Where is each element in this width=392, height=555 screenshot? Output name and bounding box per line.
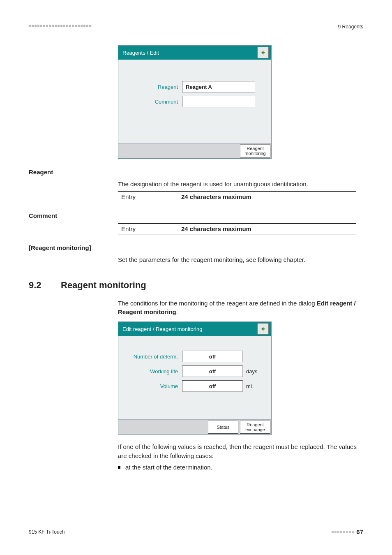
reagents-edit-dialog: Reagents / Edit Reagent Reagent A Commen…: [118, 45, 272, 159]
dialog2-body: Number of determ. off Working life off d…: [118, 336, 271, 419]
bullet-text: at the start of the determination.: [125, 463, 212, 472]
footer-left: 915 KF Ti-Touch: [29, 529, 65, 535]
reagent-field[interactable]: Reagent A: [182, 81, 255, 92]
entry-label-2: Entry: [118, 223, 178, 234]
comment-entry-table: Entry24 characters maximum: [118, 223, 356, 234]
reagent-monitoring-button-label: Reagent monitoring: [240, 146, 270, 156]
section-9-2-heading: 9.2Reagent monitoring: [29, 280, 363, 291]
volume-label: Volume: [122, 383, 182, 389]
dialog-title: Reagents / Edit: [122, 50, 159, 56]
dialog-body: Reagent Reagent A Comment: [118, 60, 271, 143]
bullet-icon: [118, 466, 120, 469]
volume-field[interactable]: off: [182, 380, 243, 392]
reagent-monitoring-button[interactable]: Reagent monitoring: [240, 144, 270, 157]
reagent-exchange-button[interactable]: Reagent exchange: [240, 421, 270, 434]
section-9-2-end: .: [176, 308, 178, 315]
dialog-footer: Reagent monitoring: [118, 143, 271, 158]
back-arrow-icon: [260, 49, 266, 56]
header-decor: [29, 25, 91, 27]
after-dialog-para: If one of the following values is reache…: [118, 442, 363, 460]
section-9-2-para: The conditions for the monitoring of the…: [118, 299, 363, 317]
list-item: at the start of the determination.: [118, 463, 363, 472]
number-determ-value: off: [209, 354, 216, 360]
dialog2-titlebar: Edit reagent / Reagent monitoring: [118, 322, 271, 336]
section-number: 9.2: [29, 280, 61, 291]
back-arrow-icon: [260, 326, 266, 332]
entry-value-2: 24 characters maximum: [178, 223, 356, 234]
entry-label: Entry: [118, 191, 178, 202]
working-life-field[interactable]: off: [182, 365, 243, 377]
running-header: 9 Reagents: [338, 24, 363, 30]
svg-rect-1: [263, 328, 265, 330]
reagent-monitoring-dialog: Edit reagent / Reagent monitoring Number…: [118, 321, 272, 435]
volume-unit: mL: [246, 383, 254, 389]
working-life-label: Working life: [122, 368, 182, 375]
page-footer: 915 KF Ti-Touch 67: [29, 528, 363, 535]
svg-rect-0: [263, 52, 265, 53]
comment-heading: Comment: [29, 212, 363, 219]
status-button[interactable]: Status: [208, 421, 238, 434]
number-determ-label: Number of determ.: [122, 354, 182, 360]
comment-field[interactable]: [182, 96, 255, 107]
number-determ-field[interactable]: off: [182, 351, 243, 362]
reagent-field-value: Reagent A: [186, 84, 212, 90]
reagent-field-label: Reagent: [122, 84, 182, 90]
entry-value: 24 characters maximum: [178, 191, 356, 202]
reagent-monitoring-heading: [Reagent monitoring]: [29, 244, 363, 251]
back-button-2[interactable]: [257, 323, 269, 335]
footer-decor: [332, 531, 354, 533]
reagent-description: The designation of the reagent is used f…: [118, 180, 363, 189]
dialog2-title: Edit reagent / Reagent monitoring: [122, 326, 202, 332]
reagent-exchange-button-label: Reagent exchange: [240, 422, 270, 432]
dialog-titlebar: Reagents / Edit: [118, 46, 271, 60]
bullet-list: at the start of the determination.: [118, 463, 363, 472]
working-life-value: off: [209, 368, 216, 375]
back-button[interactable]: [257, 47, 269, 58]
comment-field-label: Comment: [122, 99, 182, 105]
volume-value: off: [209, 383, 216, 389]
page-number: 67: [356, 528, 363, 535]
reagent-heading: Reagent: [29, 169, 363, 176]
section-9-2-text: The conditions for the monitoring of the…: [118, 300, 317, 307]
working-life-unit: days: [246, 368, 257, 375]
section-title: Reagent monitoring: [61, 280, 146, 290]
reagent-monitoring-description: Set the parameters for the reagent monit…: [118, 255, 363, 264]
status-button-label: Status: [217, 425, 229, 430]
dialog2-footer: Status Reagent exchange: [118, 419, 271, 435]
reagent-entry-table: Entry24 characters maximum: [118, 191, 356, 202]
